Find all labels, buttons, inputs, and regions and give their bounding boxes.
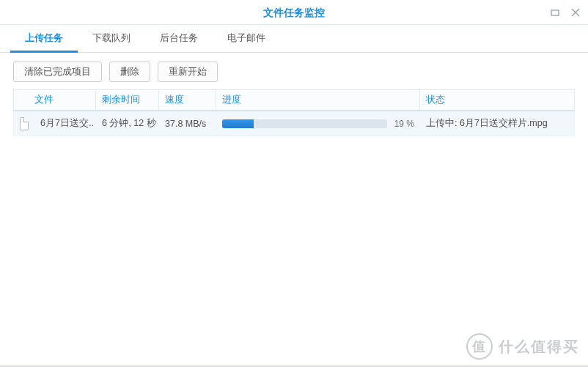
file-icon (20, 117, 29, 130)
file-name-cell: 6月7日送交.. (34, 117, 96, 130)
status-cell: 上传中: 6月7日送交样片.mpg (420, 117, 574, 130)
progress-percent: 19 % (394, 119, 414, 129)
tab-label: 上传任务 (25, 31, 63, 45)
speed-cell: 37.8 MB/s (159, 119, 216, 129)
window-controls (548, 0, 582, 25)
progress-fill (222, 119, 254, 128)
toolbar: 清除已完成项目 删除 重新开始 (0, 53, 588, 89)
titlebar: 文件任务监控 (0, 0, 588, 25)
progress-wrap: 19 % (222, 119, 414, 129)
watermark: 值 什么值得买 (466, 333, 579, 360)
task-grid: 文件 剩余时间 速度 进度 状态 6月7日送交.. 6 分钟, 12 秒 37.… (13, 89, 575, 136)
watermark-badge: 值 (466, 333, 493, 360)
tab-label: 电子邮件 (227, 31, 265, 45)
svg-rect-0 (551, 10, 559, 15)
tabs: 上传任务 下载队列 后台任务 电子邮件 (0, 25, 588, 53)
tab-label: 后台任务 (160, 31, 198, 45)
col-speed[interactable]: 速度 (159, 90, 216, 110)
table-row[interactable]: 6月7日送交.. 6 分钟, 12 秒 37.8 MB/s 19 % 上传中: … (13, 111, 575, 136)
file-type-cell (14, 117, 34, 130)
tab-label: 下载队列 (92, 31, 131, 45)
close-icon[interactable] (569, 6, 582, 19)
col-status[interactable]: 状态 (420, 90, 574, 110)
grid-header: 文件 剩余时间 速度 进度 状态 (13, 89, 575, 111)
col-time-remaining[interactable]: 剩余时间 (96, 90, 159, 110)
tab-download-queue[interactable]: 下载队列 (78, 25, 145, 53)
col-progress[interactable]: 进度 (216, 90, 420, 110)
col-file[interactable]: 文件 (14, 90, 96, 110)
clear-completed-button[interactable]: 清除已完成项目 (13, 62, 102, 82)
tab-upload[interactable]: 上传任务 (10, 25, 78, 53)
tab-email[interactable]: 电子邮件 (213, 25, 280, 53)
progress-bar (222, 119, 387, 128)
watermark-text: 什么值得买 (499, 337, 579, 357)
tab-background[interactable]: 后台任务 (145, 25, 213, 53)
minimize-icon[interactable] (548, 6, 562, 19)
restart-button[interactable]: 重新开始 (158, 62, 218, 82)
progress-cell: 19 % (216, 119, 420, 129)
delete-button[interactable]: 删除 (109, 62, 150, 82)
window-title: 文件任务监控 (263, 7, 325, 18)
time-remaining-cell: 6 分钟, 12 秒 (96, 117, 159, 130)
